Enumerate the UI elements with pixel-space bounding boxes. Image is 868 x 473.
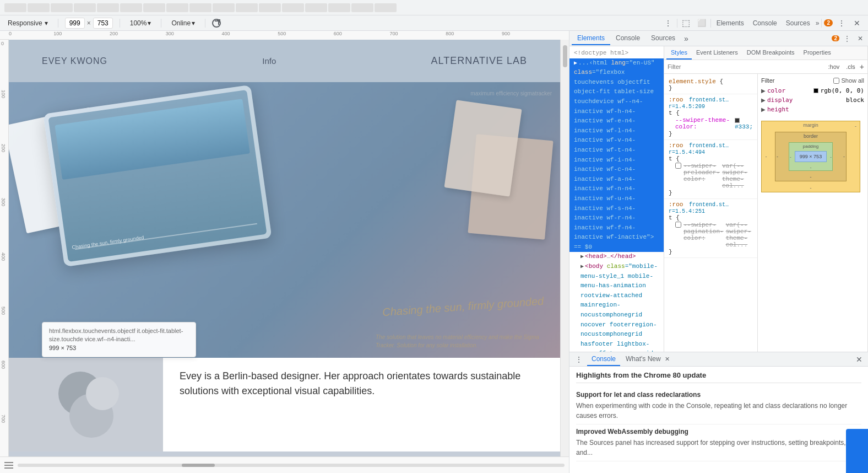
responsive-dropdown[interactable]: Responsive ▾ [4, 18, 51, 28]
zoom-dropdown[interactable]: 100% ▾ [127, 18, 155, 28]
ruler-mark-100: 100 [53, 31, 62, 36]
style-selector-element[interactable]: element.style [669, 78, 716, 85]
more-options-button[interactable]: ⋮ [661, 17, 675, 30]
more-tabs-button[interactable]: » [681, 32, 692, 45]
padding-dash-right: - [830, 154, 832, 159]
preview-bottom-bar [0, 456, 569, 473]
html-attrs: lang="en-US" class="flexbox touchevents … [574, 60, 655, 241]
width-input[interactable] [65, 18, 85, 29]
show-all-checkbox[interactable] [833, 78, 839, 84]
computed-display-value: block [846, 96, 864, 104]
devtools-close-icon[interactable]: ✕ [855, 33, 866, 44]
dom-html-line[interactable]: ▶...‹html lang="en-US" class="flexbox to… [569, 58, 664, 252]
style-selector-root1[interactable]: :roo [669, 96, 683, 103]
online-dropdown[interactable]: Online ▾ [168, 18, 198, 28]
margin-dash-bottom: - [810, 185, 812, 191]
preview-scrollbar-vertical[interactable] [560, 40, 569, 456]
throttle-icon [212, 19, 221, 28]
dom-head-line[interactable]: ▶<head>…</head> [569, 252, 664, 262]
dimension-controls: × [65, 18, 113, 29]
tab-elements[interactable]: Elements [572, 32, 610, 45]
computed-display-arrow[interactable]: ▶ [761, 97, 766, 103]
devtools-body: <!doctype html> ▶...‹html lang="en-US" c… [569, 46, 868, 473]
console-tab-console[interactable]: Console [587, 353, 620, 366]
scrollbar-thumb-h[interactable] [182, 464, 215, 467]
console-menu-icon[interactable]: ⋮ [572, 354, 586, 365]
ruler-toggle-1 [4, 3, 26, 12]
element-tooltip: html.flexbox.touchevents.objectf it.obje… [42, 322, 196, 357]
dom-tree-panel[interactable]: <!doctype html> ▶...‹html lang="en-US" c… [569, 46, 664, 352]
prop-name-swiper-theme: --swiper-theme-color: [675, 117, 733, 130]
border-dash-right: - [843, 154, 845, 159]
device-toggle-icon[interactable]: ⬜ [695, 17, 708, 30]
margin-dash-left: - [766, 154, 767, 159]
rule2-selector-2: t { [669, 155, 680, 162]
main-area: 0 100 200 300 400 500 600 700 800 900 0 … [0, 31, 868, 473]
horizontal-scrollbar[interactable] [18, 464, 565, 467]
close-devtools-button[interactable]: ✕ [850, 17, 864, 30]
devtools-console: ⋮ Console What's New ✕ ✕ Highlights from… [569, 352, 868, 473]
head-close-tag: </head> [610, 253, 636, 260]
tooltip-class: html.flexbox.touchevents.objectf it.obje… [49, 327, 189, 344]
height-input[interactable] [93, 18, 113, 29]
hov-filter[interactable]: :hov [826, 62, 842, 71]
sources-tab-top[interactable]: Sources [783, 19, 813, 27]
dom-doctype-line[interactable]: <!doctype html> [569, 49, 664, 58]
color-swatch-333[interactable] [735, 118, 740, 123]
prop-checkbox-pagination[interactable] [675, 222, 681, 228]
hamburger-menu[interactable] [4, 462, 13, 469]
body-triangle[interactable]: ▶ [581, 264, 584, 270]
more-devtools-button[interactable]: ⋮ [835, 17, 848, 30]
console-tab-top[interactable]: Console [750, 19, 780, 27]
elements-tab-top[interactable]: Elements [713, 19, 747, 27]
style-selector-root2[interactable]: :roo [669, 142, 683, 149]
subtab-styles[interactable]: Styles [666, 46, 692, 60]
body-class-val: ="mobile-menu-style_1 mobile-menu-has-an… [581, 263, 658, 352]
devtools-main-tabs: Elements Console Sources » 2 ⋮ ✕ [569, 31, 868, 46]
ruler-v-mark-0: 0 [1, 41, 4, 46]
hero-label-text: maximum efficiency sigmatracker [470, 90, 552, 96]
zoom-label: 100% [130, 19, 147, 27]
computed-color-arrow[interactable]: ▶ [761, 88, 766, 94]
open-brace-1: { [719, 78, 723, 85]
close-brace-1: } [669, 85, 672, 92]
whats-new-close-icon[interactable]: ✕ [665, 356, 670, 362]
site-nav-info[interactable]: Info [262, 56, 276, 66]
site-hero: Chasing the sun, firmly grounded Chasing… [9, 82, 560, 358]
styles-filter-input[interactable] [668, 63, 824, 70]
dom-body-line[interactable]: ▶<body class="mobile-menu-style_1 mobile… [569, 262, 664, 352]
computed-display-row: ▶ display block [761, 95, 864, 105]
console-tab-whats-new[interactable]: What's New ✕ [621, 353, 674, 366]
computed-height-arrow[interactable]: ▶ [761, 106, 766, 112]
border-dash-bottom: - [810, 174, 812, 180]
prop-checkbox-preloader[interactable] [675, 163, 681, 169]
style-selector-root3[interactable]: :roo [669, 201, 683, 208]
color-swatch-black[interactable] [813, 88, 818, 93]
devtools-more-icon[interactable]: ⋮ [842, 33, 853, 44]
cls-filter[interactable]: .cls [844, 62, 858, 71]
inspect-element-icon[interactable]: ⬚ [680, 17, 693, 30]
more-tabs-icon[interactable]: » [816, 19, 820, 27]
tab-sources[interactable]: Sources [645, 32, 681, 45]
ruler-mark-800: 800 [446, 31, 454, 36]
head-triangle[interactable]: ▶ [581, 254, 584, 260]
prop-name-preloader: --swiper-preloader-color: [683, 163, 720, 182]
console-close-button[interactable]: ✕ [853, 354, 866, 365]
padding-label: padding [803, 144, 818, 149]
add-style-button[interactable]: + [860, 62, 864, 71]
ruler-mark-900: 900 [502, 31, 510, 36]
subtab-properties[interactable]: Properties [799, 46, 836, 60]
ruler-v-mark-600: 600 [1, 361, 6, 369]
devtools-upper: <!doctype html> ▶...‹html lang="en-US" c… [569, 46, 868, 352]
css-var-swiper-theme: --swiper-theme-color: [675, 117, 730, 130]
tab-console[interactable]: Console [610, 32, 645, 45]
rule1-selector-2: t { [669, 110, 680, 116]
collapse-triangle[interactable]: ▶ [574, 60, 577, 66]
browser-preview: 0 100 200 300 400 500 600 700 800 900 0 … [0, 31, 569, 473]
scrollbar-thumb-v[interactable] [563, 45, 567, 67]
hamburger-line-2 [4, 465, 13, 466]
subtab-event-listeners[interactable]: Event Listeners [692, 46, 742, 60]
padding-dash-bottom: - [810, 165, 812, 170]
subtab-dom-breakpoints[interactable]: DOM Breakpoints [742, 46, 799, 60]
browser-toolbar [0, 0, 868, 15]
